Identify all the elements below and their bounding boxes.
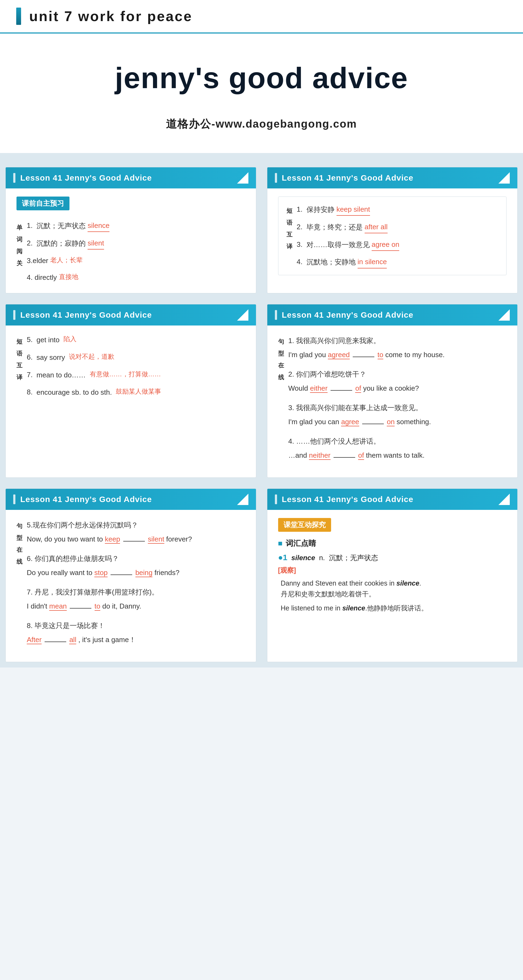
phrase-item-1: 1. 保持安静 keep silent [297,203,498,216]
card-vocab-preview: Lesson 41 Jenny's Good Advice 课前自主预习 单 词… [5,167,256,293]
card6-lesson-label: Lesson 41 Jenny's Good Advice [282,495,413,504]
card-classroom: Lesson 41 Jenny's Good Advice 课堂互动探究 ■ 词… [267,488,518,662]
preview-tag: 课前自主预习 [16,197,70,210]
card-phrases-1: Lesson 41 Jenny's Good Advice 短 语 互 译 1. [267,167,518,293]
label-yu2: 语 [16,348,22,360]
label-hu2: 互 [16,360,22,371]
card5-header: Lesson 41 Jenny's Good Advice [6,489,256,510]
label-guan: 关 [16,258,22,269]
hero-section: jenny's good advice 道格办公-www.daogebangon… [0,33,523,153]
phrase-box-1: 短 语 互 译 1. 保持安静 keep silent 2. [278,197,507,275]
card-phrases-2: Lesson 41 Jenny's Good Advice 短 语 互 译 5.… [5,304,256,478]
sentence-3: 3. 我很高兴你们能在某事上达成一致意见。 I'm glad you can a… [288,401,507,429]
sentence-5: 5.现在你们两个想永远保持沉默吗？ Now, do you two want t… [27,518,245,546]
label-xian1: 线 [278,371,284,383]
card6-header: Lesson 41 Jenny's Good Advice [267,489,518,510]
card5-body: 句 型 在 线 5.现在你们两个想永远保持沉默吗？ Now, do you tw… [6,510,256,662]
card1-body: 课前自主预习 单 词 阅 关 1. 沉默；无声状态 silence 2. [6,188,256,293]
card3-header: Lesson 41 Jenny's Good Advice [6,304,256,326]
label-xian2: 线 [16,556,22,568]
sentence-8: 8. 毕竟这只是一场比赛！ After all , it's just a ga… [27,619,245,647]
phrase-item-3: 3. 对……取得一致意见 agree on [297,239,498,251]
card3-body: 短 语 互 译 5. get into 陷入 6. say sorry 说对不起… [6,326,256,409]
label-yue: 阅 [16,245,22,258]
phrase-item-4: 4. 沉默地；安静地 in silence [297,256,498,269]
hero-main-title: jenny's good advice [16,60,507,95]
label-ju1: 句 [278,336,284,348]
card2-body: 短 语 互 译 1. 保持安静 keep silent 2. [267,188,518,285]
card2-lesson-label: Lesson 41 Jenny's Good Advice [282,173,413,183]
observe-tag: [观察] [278,566,507,575]
phrase-item-7: 7. mean to do…… 有意做……，打算做…… [27,369,245,382]
hero-website: 道格办公-www.daogebangong.com [16,116,507,131]
card6-body: 课堂互动探究 ■ 词汇点睛 ●1 silence n. 沉默；无声状态 [观察]… [267,510,518,625]
label-yi2: 译 [16,371,22,383]
label-xing2: 型 [16,532,22,544]
phrase-item-8: 8. encourage sb. to do sth. 鼓励某人做某事 [27,386,245,399]
sentence-6: 6. 你们真的想停止做朋友吗？ Do you really want to st… [27,552,245,580]
sentence-7: 7. 丹尼，我没打算做那件事(用篮球打你)。 I didn't mean to … [27,585,245,613]
vocab-point-title: 词汇点睛 [286,539,316,547]
phrase-item-5: 5. get into 陷入 [27,334,245,346]
label-hu1: 互 [286,229,292,240]
example-2-en: He listened to me in silence.他静静地听我讲话。 [281,602,507,615]
sentence-1: 1. 我很高兴你们同意来我家。 I'm glad you agreed to c… [288,334,507,362]
phrase-item-6: 6. say sorry 说对不起，道歉 [27,351,245,364]
card-sentences-1: Lesson 41 Jenny's Good Advice 句 型 在 线 1.… [267,304,518,478]
label-zai1: 在 [278,360,284,371]
sentence-2: 2. 你们两个谁想吃饼干？ Would either of you like a… [288,367,507,395]
classroom-tag: 课堂互动探究 [278,518,331,532]
card4-lesson-label: Lesson 41 Jenny's Good Advice [282,310,413,320]
header-accent [16,8,21,25]
card4-body: 句 型 在 线 1. 我很高兴你们同意来我家。 I'm glad you agr… [267,326,518,477]
vocab-item-4: 4. directly 直接地 [27,271,245,283]
card-sentences-2: Lesson 41 Jenny's Good Advice 句 型 在 线 5.… [5,488,256,662]
label-ju2: 句 [16,520,22,532]
label-zai2: 在 [16,544,22,556]
page-title: unit 7 work for peace [29,8,192,24]
label-yu1: 语 [286,217,292,229]
vocab-item-3: 3.elder 老人；长辈 [27,255,245,267]
label-duan1: 短 [286,205,292,217]
cards-grid: Lesson 41 Jenny's Good Advice 课前自主预习 单 词… [0,162,523,668]
card1-header: Lesson 41 Jenny's Good Advice [6,167,256,188]
label-xing1: 型 [278,348,284,360]
label-dan: 单 [16,222,22,234]
vocab-point-1: ●1 silence n. 沉默；无声状态 [278,553,507,563]
label-ci: 词 [16,234,22,245]
card4-header: Lesson 41 Jenny's Good Advice [267,304,518,326]
card1-lesson-label: Lesson 41 Jenny's Good Advice [20,173,152,183]
page-header: unit 7 work for peace [0,0,523,33]
vocab-item-1: 1. 沉默；无声状态 silence [27,220,245,232]
label-duan2: 短 [16,336,22,348]
label-yi1: 译 [286,240,292,253]
phrase-item-2: 2. 毕竟；终究；还是 after all [297,221,498,234]
sentence-4: 4. ……他们两个没人想讲话。 …and neither of them wan… [288,434,507,462]
section-icon: ■ [278,539,283,547]
vocab-item-2: 2. 沉默的；寂静的 silent [27,237,245,250]
example-1-zh: 丹尼和史蒂文默默地吃着饼干。 [281,590,507,598]
card5-lesson-label: Lesson 41 Jenny's Good Advice [20,495,152,504]
card3-lesson-label: Lesson 41 Jenny's Good Advice [20,310,152,320]
example-1-en: Danny and Steven eat their cookies in si… [281,577,507,590]
section-divider [0,153,523,162]
card2-header: Lesson 41 Jenny's Good Advice [267,167,518,188]
